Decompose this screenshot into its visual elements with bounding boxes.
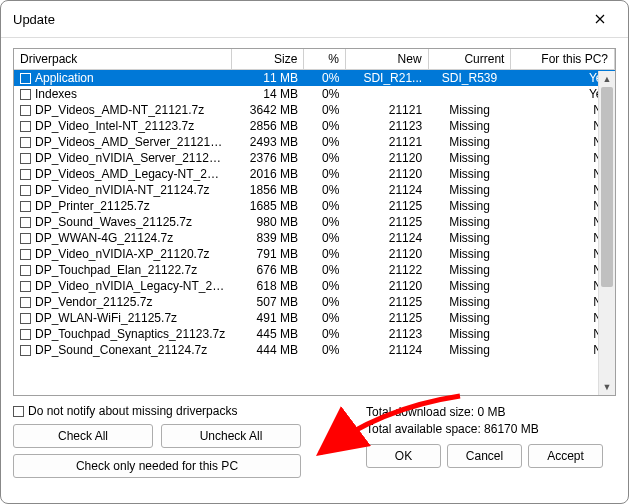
- cell-cur: Missing: [428, 262, 511, 278]
- cell-size: 445 MB: [231, 326, 303, 342]
- cell-newv: 21123: [345, 118, 428, 134]
- cell-pct: 0%: [304, 86, 345, 102]
- row-checkbox[interactable]: [20, 345, 31, 356]
- cell-cur: Missing: [428, 102, 511, 118]
- cell-size: 1685 MB: [231, 198, 303, 214]
- row-checkbox[interactable]: [20, 265, 31, 276]
- cell-size: 1856 MB: [231, 182, 303, 198]
- row-checkbox[interactable]: [20, 105, 31, 116]
- col-size[interactable]: Size: [231, 49, 303, 70]
- cell-driverpack: DP_Videos_AMD_Server_21121.7z: [14, 134, 231, 150]
- table-row[interactable]: DP_Videos_AMD-NT_21121.7z3642 MB0%21121M…: [14, 102, 615, 118]
- close-button[interactable]: [582, 7, 618, 31]
- row-checkbox[interactable]: [20, 73, 31, 84]
- table-row[interactable]: DP_Videos_AMD_Legacy-NT_211...2016 MB0%2…: [14, 166, 615, 182]
- row-checkbox[interactable]: [20, 185, 31, 196]
- uncheck-all-button[interactable]: Uncheck All: [161, 424, 301, 448]
- cell-name-text: DP_WLAN-WiFi_21125.7z: [35, 311, 177, 325]
- row-checkbox[interactable]: [20, 217, 31, 228]
- cell-pct: 0%: [304, 182, 345, 198]
- table-row[interactable]: DP_Sound_Waves_21125.7z980 MB0%21125Miss…: [14, 214, 615, 230]
- cell-driverpack: DP_Video_nVIDIA-XP_21120.7z: [14, 246, 231, 262]
- scroll-thumb[interactable]: [601, 87, 613, 287]
- table-row[interactable]: DP_Vendor_21125.7z507 MB0%21125MissingNo: [14, 294, 615, 310]
- row-checkbox[interactable]: [20, 233, 31, 244]
- col-current[interactable]: Current: [428, 49, 511, 70]
- table-row[interactable]: DP_Video_nVIDIA-NT_21124.7z1856 MB0%2112…: [14, 182, 615, 198]
- cell-newv: 21123: [345, 326, 428, 342]
- cell-driverpack: DP_Sound_Conexant_21124.7z: [14, 342, 231, 358]
- cell-name-text: DP_Touchpad_Elan_21122.7z: [35, 263, 197, 277]
- ok-button[interactable]: OK: [366, 444, 441, 468]
- table-row[interactable]: DP_Video_nVIDIA_Server_21120.7z2376 MB0%…: [14, 150, 615, 166]
- cell-cur: Missing: [428, 198, 511, 214]
- cell-size: 2376 MB: [231, 150, 303, 166]
- cell-driverpack: DP_Vendor_21125.7z: [14, 294, 231, 310]
- dialog-buttons-row: OK Cancel Accept: [366, 444, 616, 468]
- cell-cur: Missing: [428, 166, 511, 182]
- notify-checkbox[interactable]: [13, 406, 24, 417]
- col-percent[interactable]: %: [304, 49, 345, 70]
- titlebar: Update: [1, 1, 628, 38]
- cell-driverpack: DP_Sound_Waves_21125.7z: [14, 214, 231, 230]
- table-row[interactable]: Indexes14 MB0%Yes: [14, 86, 615, 102]
- table-row[interactable]: DP_Touchpad_Synaptics_21123.7z445 MB0%21…: [14, 326, 615, 342]
- row-checkbox[interactable]: [20, 137, 31, 148]
- table-row[interactable]: DP_Touchpad_Elan_21122.7z676 MB0%21122Mi…: [14, 262, 615, 278]
- cell-newv: 21121: [345, 134, 428, 150]
- vertical-scrollbar[interactable]: ▲ ▼: [598, 71, 615, 395]
- cell-newv: 21120: [345, 246, 428, 262]
- table-row[interactable]: Application11 MB0%SDI_R21...SDI_R539Yes: [14, 70, 615, 87]
- cell-cur: Missing: [428, 182, 511, 198]
- table-row[interactable]: DP_Videos_AMD_Server_21121.7z2493 MB0%21…: [14, 134, 615, 150]
- cell-cur: Missing: [428, 134, 511, 150]
- cell-size: 507 MB: [231, 294, 303, 310]
- row-checkbox[interactable]: [20, 297, 31, 308]
- col-driverpack[interactable]: Driverpack: [14, 49, 231, 70]
- check-all-button[interactable]: Check All: [13, 424, 153, 448]
- table-row[interactable]: DP_Sound_Conexant_21124.7z444 MB0%21124M…: [14, 342, 615, 358]
- cell-pct: 0%: [304, 278, 345, 294]
- update-dialog: Update Driverpack Size % New Current For…: [0, 0, 629, 504]
- check-needed-button[interactable]: Check only needed for this PC: [13, 454, 301, 478]
- scroll-up-arrow[interactable]: ▲: [599, 71, 615, 87]
- cell-pct: 0%: [304, 262, 345, 278]
- accept-button[interactable]: Accept: [528, 444, 603, 468]
- cell-pct: 0%: [304, 150, 345, 166]
- cell-driverpack: DP_WLAN-WiFi_21125.7z: [14, 310, 231, 326]
- row-checkbox[interactable]: [20, 153, 31, 164]
- row-checkbox[interactable]: [20, 121, 31, 132]
- cell-driverpack: DP_Video_nVIDIA_Server_21120.7z: [14, 150, 231, 166]
- close-icon: [595, 14, 605, 24]
- table-row[interactable]: DP_Video_Intel-NT_21123.7z2856 MB0%21123…: [14, 118, 615, 134]
- table-row[interactable]: DP_WWAN-4G_21124.7z839 MB0%21124MissingN…: [14, 230, 615, 246]
- cell-size: 791 MB: [231, 246, 303, 262]
- table-row[interactable]: DP_Video_nVIDIA-XP_21120.7z791 MB0%21120…: [14, 246, 615, 262]
- cell-name-text: DP_Videos_AMD_Legacy-NT_211...: [35, 167, 230, 181]
- cell-newv: 21120: [345, 150, 428, 166]
- cell-name-text: DP_Vendor_21125.7z: [35, 295, 152, 309]
- table-header-row: Driverpack Size % New Current For this P…: [14, 49, 615, 70]
- row-checkbox[interactable]: [20, 201, 31, 212]
- cell-cur: Missing: [428, 326, 511, 342]
- cell-size: 11 MB: [231, 70, 303, 87]
- row-checkbox[interactable]: [20, 329, 31, 340]
- cell-pct: 0%: [304, 342, 345, 358]
- row-checkbox[interactable]: [20, 89, 31, 100]
- row-checkbox[interactable]: [20, 281, 31, 292]
- row-checkbox[interactable]: [20, 169, 31, 180]
- cell-pct: 0%: [304, 294, 345, 310]
- scroll-down-arrow[interactable]: ▼: [599, 379, 615, 395]
- row-checkbox[interactable]: [20, 249, 31, 260]
- download-size-label: Total download size: 0 MB: [366, 404, 616, 421]
- cell-newv: 21120: [345, 278, 428, 294]
- col-for-this-pc[interactable]: For this PC?: [511, 49, 615, 70]
- cell-size: 491 MB: [231, 310, 303, 326]
- col-new[interactable]: New: [345, 49, 428, 70]
- table-row[interactable]: DP_Printer_21125.7z1685 MB0%21125Missing…: [14, 198, 615, 214]
- row-checkbox[interactable]: [20, 313, 31, 324]
- cell-driverpack: DP_WWAN-4G_21124.7z: [14, 230, 231, 246]
- table-row[interactable]: DP_Video_nVIDIA_Legacy-NT_211...618 MB0%…: [14, 278, 615, 294]
- cancel-button[interactable]: Cancel: [447, 444, 522, 468]
- table-row[interactable]: DP_WLAN-WiFi_21125.7z491 MB0%21125Missin…: [14, 310, 615, 326]
